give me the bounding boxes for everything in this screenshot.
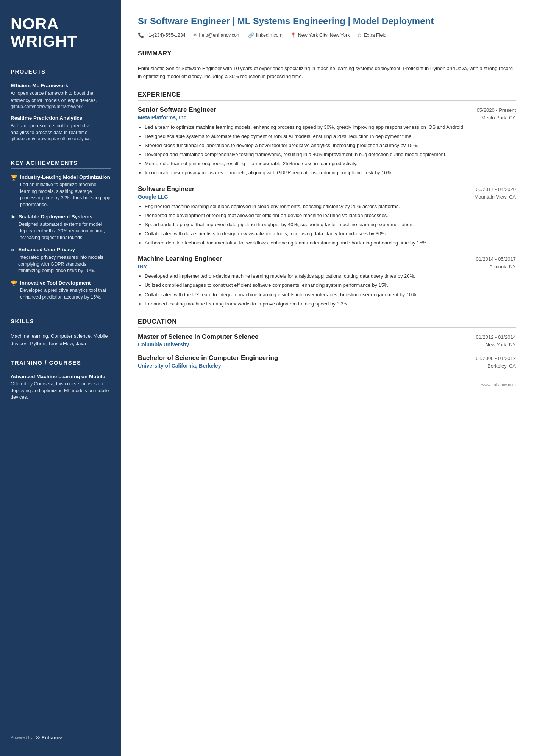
achievement-4-title: Innovative Tool Development bbox=[20, 280, 111, 286]
edu-1-school: Columbia University bbox=[138, 341, 189, 347]
main-footer: www.enhancv.com bbox=[138, 379, 516, 387]
project-2-link: github.com/norawright/realtimeanalytics bbox=[11, 136, 111, 141]
projects-title: PROJECTS bbox=[11, 68, 111, 77]
exp-2-bullets: Engineered machine learning solutions de… bbox=[138, 203, 516, 247]
main-title: Sr Software Engineer | ML Systems Engine… bbox=[138, 15, 516, 27]
experience-section: EXPERIENCE Senior Software Engineer 05/2… bbox=[138, 91, 516, 308]
exp-1-location: Menlo Park, CA bbox=[481, 115, 516, 121]
website-text: www.enhancv.com bbox=[481, 382, 516, 387]
linkedin-icon: 🔗 bbox=[248, 32, 254, 38]
contact-phone-text: +1-(234)-555-1234 bbox=[146, 33, 186, 38]
project-1-link: github.com/norawright/mlframework bbox=[11, 104, 111, 109]
contact-email: ✉ help@enhancv.com bbox=[193, 32, 241, 38]
location-icon: 📍 bbox=[290, 32, 296, 38]
exp-3-bullet-2: Utilized compiled languages to construct… bbox=[145, 282, 516, 289]
edu-item-1: Master of Science in Computer Science 01… bbox=[138, 333, 516, 347]
training-1-title: Advanced Machine Learning on Mobile bbox=[11, 374, 111, 379]
contact-email-text: help@enhancv.com bbox=[199, 33, 241, 38]
exp-2-dates: 06/2017 - 04/2020 bbox=[476, 186, 516, 192]
experience-section-title: EXPERIENCE bbox=[138, 91, 516, 101]
sidebar: NORA WRIGHT PROJECTS Efficient ML Framew… bbox=[0, 0, 121, 756]
exp-2-company: Google LLC bbox=[138, 194, 168, 200]
contact-row: 📞 +1-(234)-555-1234 ✉ help@enhancv.com 🔗… bbox=[138, 32, 516, 38]
exp-1-bullet-4: Developed and maintained comprehensive t… bbox=[145, 151, 516, 158]
training-item-1: Advanced Machine Learning on Mobile Offe… bbox=[11, 374, 111, 401]
star-icon: ☆ bbox=[357, 32, 362, 38]
powered-by-label: Powered by bbox=[11, 735, 33, 740]
contact-location-text: New York City, New York bbox=[298, 33, 350, 38]
edu-2-degree: Bachelor of Science in Computer Engineer… bbox=[138, 354, 278, 362]
enhancv-logo-icon: ∞ bbox=[36, 734, 40, 741]
exp-3-dates: 01/2014 - 05/2017 bbox=[476, 256, 516, 262]
enhancv-logo: ∞ Enhancv bbox=[36, 734, 62, 741]
education-section: EDUCATION Master of Science in Computer … bbox=[138, 318, 516, 369]
exp-1-bullet-1: Led a team to optimize machine learning … bbox=[145, 124, 516, 131]
projects-section: PROJECTS Efficient ML Framework An open … bbox=[11, 68, 111, 147]
edu-1-degree: Master of Science in Computer Science bbox=[138, 333, 258, 341]
edu-2-school: University of California, Berkeley bbox=[138, 363, 221, 369]
resume-container: NORA WRIGHT PROJECTS Efficient ML Framew… bbox=[0, 0, 534, 756]
project-1-desc: An open source framework to boost the ef… bbox=[11, 90, 111, 103]
exp-1-bullet-2: Designed scalable systems to automate th… bbox=[145, 133, 516, 140]
skills-section: SKILLS Machine learning, Computer scienc… bbox=[11, 318, 111, 347]
edu-2-location: Berkeley, CA bbox=[487, 363, 516, 369]
achievement-1-desc: Led an initiative to optimize machine le… bbox=[20, 182, 111, 208]
exp-2-bullet-3: Spearheaded a project that improved data… bbox=[145, 221, 516, 229]
experience-item-1: Senior Software Engineer 05/2020 - Prese… bbox=[138, 106, 516, 177]
edu-1-location: New York, NY bbox=[486, 342, 516, 347]
edu-1-dates: 01/2012 - 01/2014 bbox=[476, 334, 516, 340]
skills-text: Machine learning, Computer science, Mobi… bbox=[11, 332, 111, 347]
main-content: Sr Software Engineer | ML Systems Engine… bbox=[121, 0, 534, 756]
exp-2-bullet-5: Authored detailed technical documentatio… bbox=[145, 239, 516, 247]
exp-1-bullet-3: Steered cross-functional collaborations … bbox=[145, 142, 516, 149]
summary-text: Enthusiastic Senior Software Engineer wi… bbox=[138, 65, 516, 81]
exp-2-bullet-1: Engineered machine learning solutions de… bbox=[145, 203, 516, 210]
exp-3-bullet-3: Collaborated with the UX team to integra… bbox=[145, 291, 516, 299]
training-section: TRAINING / COURSES Advanced Machine Lear… bbox=[11, 359, 111, 406]
achievement-4-desc: Developed a predictive analytics tool th… bbox=[20, 287, 111, 301]
exp-3-company: IBM bbox=[138, 263, 148, 269]
contact-linkedin-text: linkedin.com bbox=[256, 33, 282, 38]
phone-icon: 📞 bbox=[138, 32, 144, 38]
achievement-3-title: Enhanced User Privacy bbox=[18, 246, 111, 253]
exp-2-location: Mountain View, CA bbox=[474, 194, 516, 200]
project-item-2: Realtime Prediction Analytics Built an o… bbox=[11, 115, 111, 141]
project-1-title: Efficient ML Framework bbox=[11, 83, 111, 88]
achievements-title: KEY ACHIEVEMENTS bbox=[11, 160, 111, 169]
contact-phone: 📞 +1-(234)-555-1234 bbox=[138, 32, 186, 38]
achievement-item-1: 🏆 Industry-Leading Model Optimization Le… bbox=[11, 174, 111, 208]
exp-2-title: Software Engineer bbox=[138, 185, 194, 193]
exp-1-title: Senior Software Engineer bbox=[138, 106, 216, 114]
summary-section: SUMMARY Enthusiastic Senior Software Eng… bbox=[138, 50, 516, 81]
sidebar-footer: Powered by ∞ Enhancv bbox=[11, 725, 111, 741]
achievement-item-3: ✏ Enhanced User Privacy Integrated priva… bbox=[11, 246, 111, 274]
exp-3-bullet-1: Developed and implemented on-device mach… bbox=[145, 272, 516, 280]
trophy-icon-1: 🏆 bbox=[11, 175, 17, 181]
edu-item-2: Bachelor of Science in Computer Engineer… bbox=[138, 354, 516, 369]
enhancv-logo-text: Enhancv bbox=[42, 735, 62, 740]
flag-icon: ⚑ bbox=[11, 214, 16, 220]
contact-location: 📍 New York City, New York bbox=[290, 32, 350, 38]
achievement-item-2: ⚑ Scalable Deployment Systems Designed a… bbox=[11, 213, 111, 241]
exp-1-dates: 05/2020 - Present bbox=[477, 107, 516, 113]
contact-extra-text: Extra Field bbox=[364, 33, 386, 38]
exp-3-title: Machine Learning Engineer bbox=[138, 255, 222, 263]
exp-2-bullet-4: Collaborated with data scientists to des… bbox=[145, 230, 516, 238]
exp-1-bullet-5: Mentored a team of junior engineers, res… bbox=[145, 160, 516, 167]
exp-1-bullets: Led a team to optimize machine learning … bbox=[138, 124, 516, 177]
achievements-section: KEY ACHIEVEMENTS 🏆 Industry-Leading Mode… bbox=[11, 160, 111, 306]
achievement-2-desc: Designed automated systems for model dep… bbox=[19, 221, 111, 241]
exp-3-bullet-4: Enhanced existing machine learning frame… bbox=[145, 300, 516, 308]
exp-3-location: Armonk, NY bbox=[489, 264, 516, 269]
training-title: TRAINING / COURSES bbox=[11, 359, 111, 368]
pencil-icon: ✏ bbox=[11, 247, 15, 253]
exp-2-bullet-2: Pioneered the development of tooling tha… bbox=[145, 212, 516, 219]
trophy-icon-2: 🏆 bbox=[11, 280, 17, 286]
exp-3-bullets: Developed and implemented on-device mach… bbox=[138, 272, 516, 308]
project-item-1: Efficient ML Framework An open source fr… bbox=[11, 83, 111, 109]
education-section-title: EDUCATION bbox=[138, 318, 516, 328]
achievement-3-desc: Integrated privacy measures into models … bbox=[18, 254, 111, 274]
candidate-name: NORA WRIGHT bbox=[11, 15, 111, 50]
achievement-item-4: 🏆 Innovative Tool Development Developed … bbox=[11, 280, 111, 301]
project-2-title: Realtime Prediction Analytics bbox=[11, 115, 111, 121]
